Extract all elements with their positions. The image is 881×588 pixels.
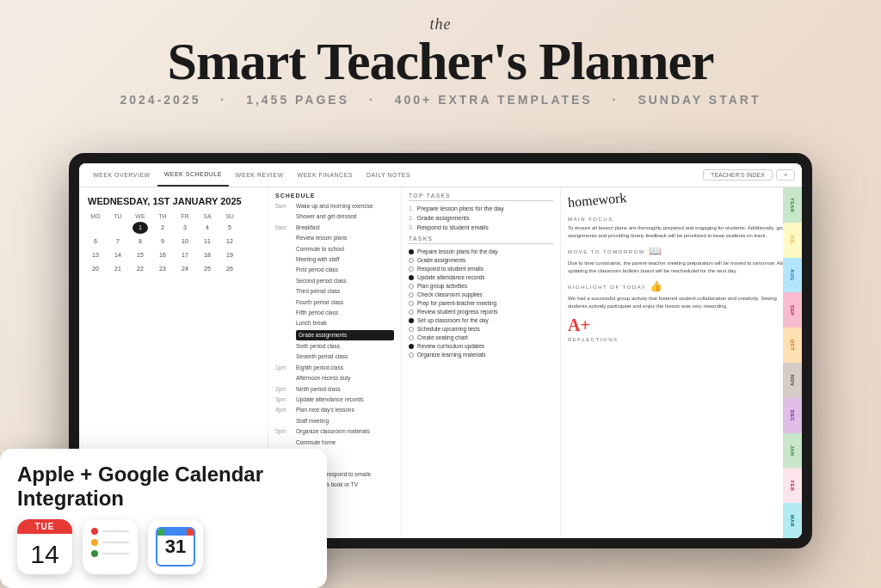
task-text: Schedule upcoming tests: [417, 326, 480, 332]
subtitle-start: SUNDAY START: [638, 93, 761, 107]
tab-jul[interactable]: JUL: [783, 223, 802, 258]
schedule-item: Commute to school: [268, 244, 401, 254]
highlight-text: We had a successful group activity that …: [568, 295, 795, 310]
add-page-button[interactable]: +: [776, 169, 795, 181]
task-text: Organize learning materials: [417, 352, 485, 358]
schedule-item: Staff meeting: [268, 416, 401, 426]
task-text: Plan group activities: [417, 283, 467, 289]
schedule-item: Lunch break: [268, 318, 401, 328]
schedule-time: 5am: [275, 202, 296, 211]
highlight-label: HIGHLIGHT OF TODAY: [568, 285, 646, 290]
calendar-integration-title: Apple + Google Calendar Integration: [17, 462, 310, 511]
cal-row-1: 1 2 3 4 5: [88, 222, 259, 234]
task-item: Create seating chart: [409, 334, 553, 340]
top-task-num: 1.: [409, 205, 414, 211]
top-tasks-list: 1.Prepare lesson plans for the day2.Grad…: [409, 205, 553, 230]
calendar-icons-row: TUE 14 31: [17, 519, 310, 574]
schedule-time: 4pm: [275, 406, 296, 414]
cal-day-headers: MO TU WE TH FR SA SU: [88, 213, 259, 219]
tab-week-overview[interactable]: WEEK OVERVIEW: [86, 163, 157, 187]
schedule-item: Fifth period class: [268, 308, 401, 318]
tab-bar: YEAR JUL AUG SEP OCT NOV DEC JAN FEB MAR: [783, 187, 802, 538]
main-title: Smart Teacher's Planner: [0, 34, 881, 89]
task-checkbox[interactable]: [409, 309, 414, 315]
schedule-time: [275, 298, 296, 307]
task-checkbox[interactable]: [409, 258, 414, 263]
task-item: Update attendance records: [409, 274, 553, 280]
task-item: Set up classroom for the day: [409, 317, 553, 323]
schedule-time: [275, 319, 296, 328]
tab-aug[interactable]: AUG: [783, 258, 802, 293]
subtitle-pages: 1,455 PAGES: [246, 93, 349, 107]
schedule-task-text: Fifth period class: [296, 309, 394, 317]
tab-week-schedule[interactable]: WEEK SCHEDULE: [157, 163, 229, 187]
schedule-time: [275, 245, 296, 254]
tab-daily-notes[interactable]: DAILY NOTES: [360, 163, 417, 187]
schedule-task-text: Ninth period class: [296, 385, 394, 394]
schedule-task-text: Lunch break: [296, 319, 394, 328]
schedule-item: 1pmEighth period class: [268, 363, 401, 373]
schedule-task-text: First period class: [296, 266, 394, 274]
schedule-time: 5pm: [275, 427, 296, 436]
grade-display: A+: [568, 315, 795, 335]
schedule-task-text: Grade assignments: [296, 330, 394, 340]
reflections-label: REFLECTIONS: [568, 337, 795, 342]
schedule-time: [275, 309, 296, 317]
schedule-time: [275, 342, 296, 351]
task-checkbox[interactable]: [409, 301, 414, 306]
schedule-time: [275, 255, 296, 264]
task-checkbox[interactable]: [409, 335, 414, 340]
schedule-task-text: Organize classroom materials: [296, 427, 394, 436]
tab-nov[interactable]: NOV: [783, 363, 802, 398]
tab-week-review[interactable]: WEEK REVIEW: [229, 163, 291, 187]
reminder-dot-green: [91, 550, 98, 557]
teachers-index-button[interactable]: TEACHER'S INDEX: [703, 169, 773, 181]
task-checkbox[interactable]: [409, 318, 414, 323]
tab-feb[interactable]: FEB: [783, 468, 802, 503]
gcal-inner: 31: [156, 527, 195, 567]
task-item: Prepare lesson plans for the day: [409, 248, 553, 254]
schedule-task-text: Review lesson plans: [296, 234, 394, 242]
schedule-task-text: Meeting with staff: [296, 255, 394, 264]
schedule-item: Seventh period class: [268, 352, 401, 362]
task-checkbox[interactable]: [409, 292, 414, 297]
gcal-corner-left: [157, 529, 164, 536]
reminder-line-3: [102, 553, 129, 554]
tab-dec[interactable]: DEC: [783, 398, 802, 433]
task-checkbox[interactable]: [409, 327, 414, 332]
task-text: Check classroom supplies: [417, 291, 483, 297]
top-task-item: 1.Prepare lesson plans for the day: [409, 205, 553, 211]
tab-week-finances[interactable]: WEEK FINANCES: [291, 163, 360, 187]
cal-row-4: 20 21 22 23 24 25 26: [88, 263, 259, 275]
task-checkbox[interactable]: [409, 249, 414, 254]
tab-jan[interactable]: JAN: [783, 433, 802, 469]
gcal-corner-right: [187, 529, 194, 536]
planner-nav: WEEK OVERVIEW WEEK SCHEDULE WEEK REVIEW …: [79, 163, 802, 187]
tab-year[interactable]: YEAR: [783, 187, 802, 223]
task-item: Organize learning materials: [409, 352, 553, 358]
main-focus-text: To ensure all lesson plans are thoroughl…: [568, 224, 795, 240]
tab-mar[interactable]: MAR: [783, 503, 802, 538]
task-checkbox[interactable]: [409, 352, 414, 358]
calendar-integration-card: Apple + Google Calendar Integration TUE …: [0, 449, 327, 588]
reminder-line-1: [102, 530, 129, 532]
task-checkbox[interactable]: [409, 344, 414, 349]
schedule-item: 6amBreakfast: [268, 223, 401, 233]
task-checkbox[interactable]: [409, 284, 414, 289]
schedule-time: [275, 438, 296, 447]
task-checkbox[interactable]: [409, 275, 414, 280]
task-text: Set up classroom for the day: [417, 317, 489, 323]
google-calendar-icon: 31: [148, 519, 203, 574]
task-item: Plan group activities: [409, 283, 553, 289]
task-checkbox[interactable]: [409, 266, 414, 272]
task-item: Review student progress reports: [409, 309, 553, 315]
tasks-label: TASKS: [409, 236, 553, 244]
schedule-time: [275, 234, 296, 242]
task-text: Review student progress reports: [417, 309, 498, 315]
schedule-list: 5amWake up and morning exerciseShower an…: [268, 201, 401, 491]
tab-sep[interactable]: SEP: [783, 292, 802, 328]
schedule-item: 5amWake up and morning exercise: [268, 201, 401, 211]
schedule-item: Commute home: [268, 438, 401, 448]
tab-oct[interactable]: OCT: [783, 328, 802, 363]
schedule-task-text: Afternoon recess duty: [296, 374, 394, 383]
